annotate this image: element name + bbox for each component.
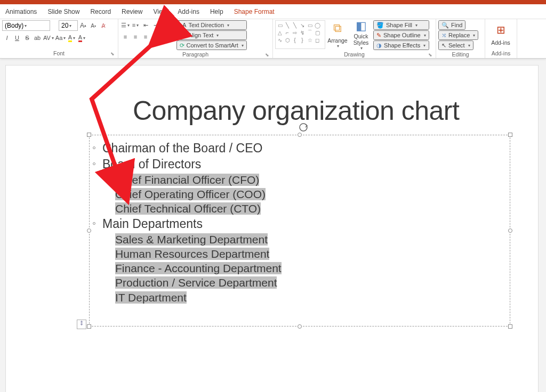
addins-icon: ⊞ (493, 23, 509, 39)
font-family-picker[interactable]: (Body)▾ (2, 20, 50, 31)
dialog-launcher-icon[interactable]: ⬊ (265, 52, 269, 58)
shape-fill-button[interactable]: 🪣Shape Fill ▾ (373, 20, 429, 30)
arrange-button[interactable]: ⧉ Arrange▾ (326, 20, 349, 49)
list-item[interactable]: Chief Operating Officer (COO) (115, 187, 499, 201)
group-label-editing: Editing (438, 50, 483, 59)
tab-slideshow[interactable]: Slide Show (42, 4, 85, 19)
shape-brace-icon: { (292, 37, 298, 43)
tab-animations[interactable]: Animations (0, 4, 42, 19)
list-item[interactable]: IT Department (115, 290, 499, 305)
italic-button[interactable]: I (2, 33, 12, 43)
numbering-button[interactable]: ≡▾ (131, 20, 140, 30)
resize-handle[interactable] (87, 324, 91, 329)
list-item[interactable]: Chairman of the Board / CEO (102, 141, 499, 157)
content-list[interactable]: Chairman of the Board / CEOBoard of Dire… (90, 135, 510, 310)
dialog-launcher-icon[interactable]: ⬊ (428, 52, 432, 58)
list-item-text: Chief Financial Officer (CFO) (115, 174, 259, 186)
align-center-button[interactable]: ≡ (131, 32, 140, 42)
change-case-button[interactable]: Aa▾ (55, 33, 66, 43)
tab-record[interactable]: Record (85, 4, 116, 19)
clear-formatting-button[interactable]: A̷ (99, 21, 108, 30)
justify-button[interactable]: ≡ (151, 32, 160, 42)
resize-handle[interactable] (87, 133, 91, 137)
list-item[interactable]: Production / Service Department (115, 275, 499, 290)
char-spacing-button[interactable]: AV▾ (43, 33, 54, 43)
group-label-font: Font⬊ (2, 49, 116, 58)
search-icon: 🔍 (441, 22, 449, 29)
effects-icon: ◑ (376, 42, 382, 49)
content-text-frame[interactable]: ‡ Chairman of the Board / CEOBoard of Di… (89, 135, 510, 326)
rotation-handle-icon[interactable] (298, 122, 309, 133)
align-text-icon: [‡] (180, 32, 186, 38)
convert-smartart-button[interactable]: ⟳Convert to SmartArt ▾ (176, 40, 247, 50)
resize-handle[interactable] (87, 228, 91, 233)
strike-button[interactable]: S (22, 33, 32, 43)
text-direction-button[interactable]: ↕AText Direction ▾ (176, 20, 247, 30)
bucket-icon: 🪣 (376, 22, 384, 29)
find-button[interactable]: 🔍Find (438, 20, 465, 30)
resize-handle[interactable] (298, 133, 302, 137)
line-spacing-button[interactable]: ‡≡▾ (161, 20, 172, 30)
autofit-options-button[interactable]: ‡ (77, 320, 86, 329)
shape-ll-icon: ⌐ (284, 29, 291, 36)
tab-addins[interactable]: Add-ins (172, 4, 205, 19)
tab-view[interactable]: View (148, 4, 172, 19)
group-label-paragraph: Paragraph⬊ (121, 50, 270, 59)
increase-indent-button[interactable]: ⇥ (151, 20, 160, 30)
list-item[interactable]: Chief Financial Officer (CFO) (115, 173, 499, 187)
chevron-down-icon: ▾ (25, 23, 27, 28)
list-item[interactable]: Board of Directors (102, 157, 499, 173)
replace-icon: ⤭ (441, 32, 446, 39)
addins-button[interactable]: ⊞ Add-ins (487, 20, 514, 49)
tab-review[interactable]: Review (116, 4, 148, 19)
shape-effects-button[interactable]: ◑Shape Effects ▾ (373, 40, 429, 50)
shape-arrow-icon: ↘ (299, 22, 306, 28)
columns-button[interactable]: ▥▾ (161, 32, 171, 42)
quick-styles-button[interactable]: ◧ Quick Styles▾ (350, 20, 372, 49)
shapes-gallery[interactable]: ▭╲╲↘▭◯ △⌐⇨↯⌒▢ ∿⬡{}☆◻ (275, 20, 325, 49)
list-item-text: Sales & Marketing Department (115, 233, 268, 246)
font-color-button[interactable]: A▾ (77, 33, 86, 43)
increase-font-button[interactable]: A▴ (78, 21, 88, 30)
decrease-font-button[interactable]: A▾ (89, 21, 98, 30)
list-item-text: Chief Technical Officer (CTO) (115, 202, 261, 215)
bullets-button[interactable]: ☰▾ (121, 20, 130, 30)
decrease-indent-button[interactable]: ⇤ (141, 20, 150, 30)
text-direction-icon: ↕A (180, 22, 187, 28)
shadow-ab-button[interactable]: ab (33, 33, 42, 43)
shape-oval-icon: ◯ (314, 22, 320, 28)
list-item[interactable]: Chief Technical Officer (CTO) (115, 201, 499, 216)
align-left-button[interactable]: ≡ (121, 32, 130, 42)
tab-shape-format[interactable]: Shape Format (229, 4, 280, 19)
pointer-icon: ↖ (441, 42, 446, 49)
resize-handle[interactable] (508, 324, 512, 329)
resize-handle[interactable] (508, 228, 512, 233)
list-item[interactable]: Finance - Accounting Department (115, 261, 499, 275)
group-editing: 🔍Find ⤭Replace ▾ ↖Select ▾ Editing (436, 19, 485, 58)
shape-star-icon: ☆ (307, 37, 313, 43)
group-addins: ⊞ Add-ins Add-ins (485, 19, 517, 58)
replace-button[interactable]: ⤭Replace ▾ (438, 30, 478, 40)
tab-help[interactable]: Help (205, 4, 229, 19)
highlight-button[interactable]: A▾ (67, 33, 76, 43)
slide-canvas[interactable]: Company organization chart ‡ Chairman of… (5, 65, 539, 392)
slide-title[interactable]: Company organization chart (133, 95, 459, 126)
select-button[interactable]: ↖Select ▾ (438, 40, 473, 50)
shape-callout-icon: ◻ (314, 37, 320, 43)
resize-handle[interactable] (298, 324, 302, 329)
list-item-text: Board of Directors (102, 157, 201, 171)
resize-handle[interactable] (508, 133, 512, 137)
shape-outline-button[interactable]: ✎Shape Outline ▾ (373, 30, 429, 40)
quick-styles-icon: ◧ (353, 19, 369, 33)
ribbon: (Body)▾ 20▾ A▴ A▾ A̷ I U S ab AV▾ Aa▾ A▾… (0, 19, 546, 59)
list-item[interactable]: Sales & Marketing Department (115, 232, 499, 247)
underline-button[interactable]: U (12, 33, 22, 43)
align-text-button[interactable]: [‡]Align Text ▾ (176, 30, 247, 40)
list-item[interactable]: Human Resources Department (115, 247, 499, 261)
shape-line-icon: ╲ (284, 22, 291, 28)
dialog-launcher-icon[interactable]: ⬊ (110, 51, 115, 56)
font-size-picker[interactable]: 20▾ (59, 20, 78, 31)
align-right-button[interactable]: ≡ (141, 32, 150, 42)
list-item-text: Chief Operating Officer (COO) (115, 188, 266, 200)
list-item[interactable]: Main Departments (102, 216, 499, 232)
